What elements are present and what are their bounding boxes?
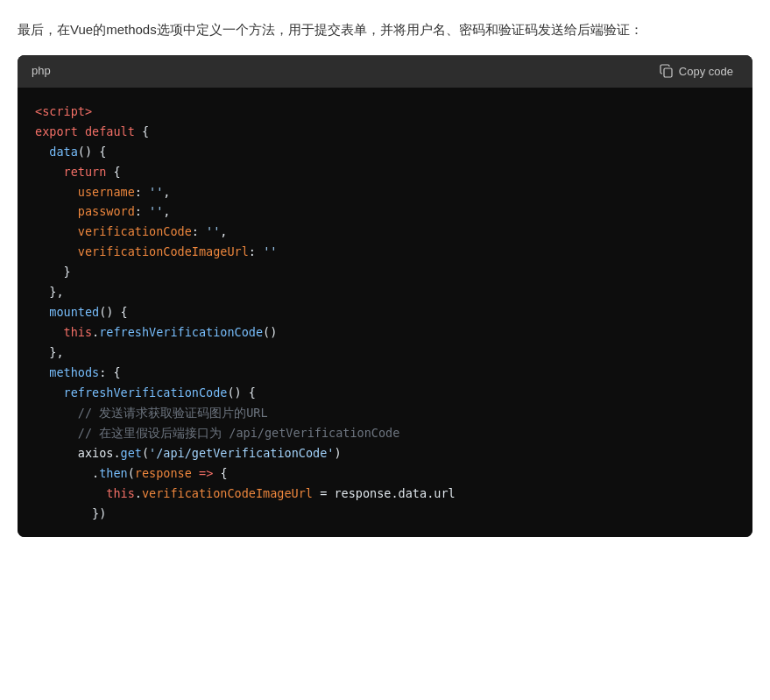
code-block-wrapper: php Copy code <script> export default { … [18, 55, 752, 537]
page-container: 最后，在Vue的methods选项中定义一个方法，用于提交表单，并将用户名、密码… [0, 0, 770, 555]
svg-rect-0 [664, 68, 672, 77]
code-pre: <script> export default { data() { retur… [35, 102, 735, 524]
intro-paragraph: 最后，在Vue的methods选项中定义一个方法，用于提交表单，并将用户名、密码… [18, 18, 752, 41]
code-lang: php [32, 62, 51, 81]
copy-code-button[interactable]: Copy code [654, 62, 738, 80]
copy-icon [660, 64, 674, 78]
copy-label: Copy code [679, 65, 733, 78]
code-body: <script> export default { data() { retur… [18, 88, 752, 538]
code-block-header: php Copy code [18, 55, 752, 88]
